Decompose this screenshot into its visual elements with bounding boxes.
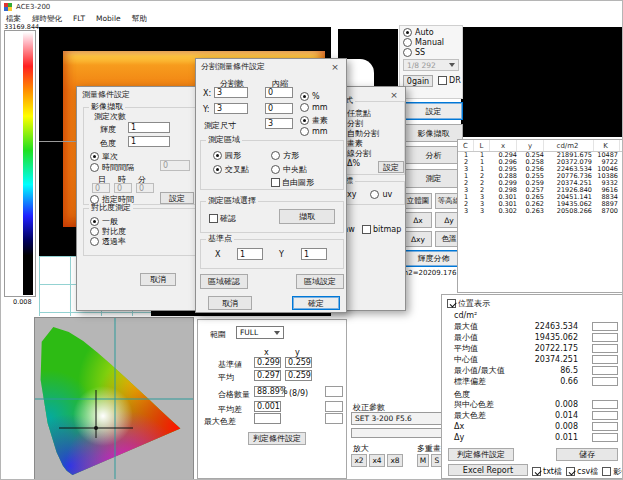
chroma-count-field[interactable]: 1 (128, 136, 170, 147)
file-checkbox[interactable]: txt檔 (532, 466, 562, 477)
settings-button[interactable]: 設定 (404, 102, 463, 120)
camera-view[interactable] (461, 27, 623, 137)
free-shape-checkbox[interactable]: 自由圖形 (271, 177, 314, 188)
circle-radio[interactable]: 圓形 (213, 150, 241, 160)
close-icon[interactable]: × (329, 62, 341, 72)
single-radio[interactable]: 單次 (90, 151, 118, 161)
judge-settings-button[interactable]: 判定條件設定 (248, 432, 306, 445)
zoom-button[interactable]: x4 (369, 454, 385, 467)
minute-field[interactable]: 0 (136, 183, 154, 193)
close-icon[interactable]: × (388, 90, 400, 100)
position-display-checkbox[interactable]: 位置表示 (447, 298, 490, 309)
menu-item[interactable]: FLT (73, 14, 85, 23)
day-field[interactable]: 0 (92, 183, 110, 193)
contrast-radio[interactable]: 對比度 (90, 226, 126, 236)
file-checkbox[interactable]: csv檔 (566, 466, 598, 477)
contrast-radio[interactable]: 一般 (90, 216, 126, 226)
mm2-radio[interactable]: mm (300, 126, 328, 136)
radio-icon (213, 151, 222, 160)
avg-y-field[interactable]: 0.259 (285, 370, 312, 381)
menu-item[interactable]: 幫助 (132, 14, 147, 24)
col-header: L (474, 140, 490, 151)
cancel-button[interactable]: 取消 (208, 296, 252, 310)
size-field[interactable]: 3 (265, 118, 293, 129)
stats-row: 最大色差0.014 (454, 410, 618, 421)
center-radio[interactable]: 中央點 (271, 164, 307, 174)
pixel-radio[interactable]: 畫素 (300, 115, 328, 125)
file-checkbox[interactable]: 影像檔 (602, 466, 623, 477)
stats-row: Δx0.008 (454, 421, 618, 432)
capture-button[interactable]: 影像擷取 (404, 124, 463, 142)
gain-button[interactable]: 0gain (403, 75, 433, 87)
dialog-title: 分割測量條件設定 (201, 61, 265, 72)
method-set-button[interactable]: 設定 (378, 161, 404, 173)
time-set-button[interactable]: 設定 (160, 192, 194, 204)
bitmap-checkbox[interactable]: bitmap (362, 225, 401, 234)
menu-item[interactable]: Mobile (96, 14, 121, 23)
mode-radio[interactable]: Manual (403, 37, 462, 47)
cancel-button[interactable]: 取消 (140, 273, 176, 286)
avgdiff-field: 0.001 (254, 401, 281, 412)
shutter-dropdown[interactable]: 1/8 292 (403, 59, 459, 71)
coord-radio[interactable]: uv (370, 189, 392, 199)
file-label: csv檔 (577, 466, 598, 477)
zoom-button[interactable]: x2 (351, 454, 367, 467)
stats-row: 最大值22463.534 (454, 321, 618, 332)
lum-dist-button[interactable]: 輝度分佈 (404, 250, 463, 267)
x-div-field[interactable]: 3 (214, 87, 248, 98)
measure-button[interactable]: 測定 (404, 169, 463, 188)
contrast-radio[interactable]: 透過率 (90, 236, 126, 246)
x-inset-field[interactable]: 0 (265, 87, 293, 98)
dialog-title-bar[interactable]: 分割測量條件設定 × (196, 59, 346, 74)
percent-radio[interactable]: % (300, 91, 320, 101)
interval-radio[interactable]: 時間間隔 (90, 162, 134, 172)
table-row[interactable]: 330.3020.26320508.2668700 (458, 208, 622, 215)
checkbox-icon (438, 76, 447, 85)
square-radio[interactable]: 方形 (271, 150, 299, 160)
area-confirm-button[interactable]: 區域確認 (200, 274, 248, 289)
save-button[interactable]: 儲存 (556, 448, 618, 461)
area-capture-button[interactable]: 擷取 (279, 209, 335, 224)
confirm-checkbox[interactable]: 確認 (209, 213, 236, 224)
group-label: 測定區域選擇 (206, 197, 258, 205)
y-div-field[interactable]: 3 (214, 103, 248, 114)
ref-x-field[interactable]: 0.299 (254, 357, 281, 368)
mm-radio[interactable]: mm (300, 102, 328, 112)
base-x-field[interactable]: 1 (237, 248, 263, 260)
menu-item[interactable]: 檔案 (6, 14, 21, 24)
delta-xy-button[interactable]: Δxy (404, 231, 432, 247)
cross-radio[interactable]: 交叉點 (213, 164, 249, 174)
y-inset-field[interactable]: 0 (265, 103, 293, 114)
option-label: mm (312, 127, 328, 136)
checkbox-icon (209, 214, 218, 223)
range-dropdown[interactable]: FULL (236, 326, 284, 339)
dr-checkbox[interactable]: DR (438, 76, 461, 85)
excel-report-button[interactable]: Excel Report (448, 464, 528, 476)
mode-radio[interactable]: SS (403, 47, 462, 57)
interval-field[interactable]: 0 (160, 160, 190, 171)
radio-icon (403, 38, 412, 47)
zoom-button[interactable]: x8 (387, 454, 403, 467)
analyze-button[interactable]: 分析 (404, 146, 463, 164)
option-label: 畫素 (312, 115, 328, 126)
lum-count-field[interactable]: 1 (128, 122, 170, 133)
cie-diagram[interactable] (34, 317, 194, 480)
preview-thumbnail[interactable] (338, 29, 398, 91)
avg-x-field[interactable]: 0.297 (254, 370, 281, 381)
judge-settings-button[interactable]: 判定條件設定 (448, 448, 514, 461)
area-set-button[interactable]: 區域設定 (296, 274, 344, 289)
menu-bar: 檔案經時變化FLTMobile幫助 (1, 13, 623, 24)
radio-icon (300, 103, 309, 112)
hour-field[interactable]: 0 (114, 183, 132, 193)
mode-radio[interactable]: Auto (403, 27, 462, 37)
ok-button[interactable]: 確定 (292, 296, 340, 310)
stats-label: 與中心色差 (454, 399, 526, 410)
colorbar (4, 30, 36, 297)
delta-x-button[interactable]: Δx (404, 212, 432, 228)
multiscreen-button[interactable]: M (417, 454, 429, 467)
menu-item[interactable]: 經時變化 (32, 14, 62, 24)
map3d-button[interactable]: 立體圖 (404, 193, 432, 209)
mode-label: SS (415, 48, 425, 57)
ref-y-field[interactable]: 0.259 (285, 357, 312, 368)
base-y-field[interactable]: 1 (301, 248, 327, 260)
